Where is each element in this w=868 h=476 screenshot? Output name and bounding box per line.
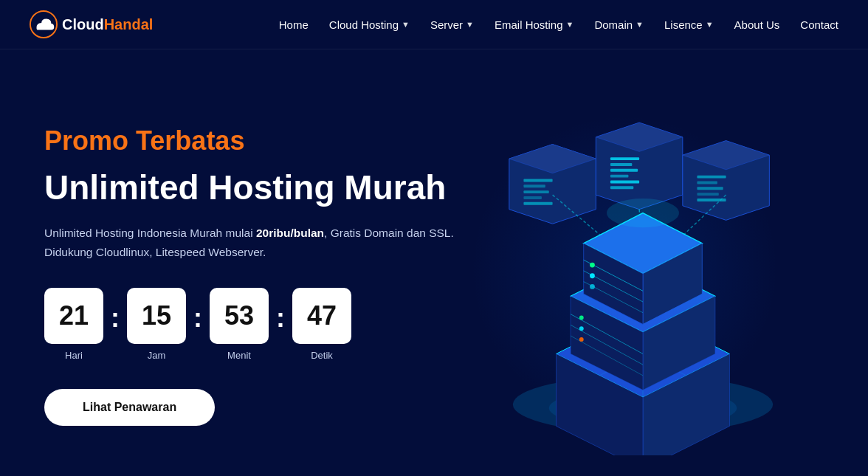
svg-rect-5 xyxy=(523,179,552,182)
nav-item-lisence[interactable]: Lisence ▼ xyxy=(664,18,714,31)
countdown-seconds-label: Detik xyxy=(311,350,333,361)
countdown-hours-label: Jam xyxy=(148,350,166,361)
nav-link-cloud-hosting[interactable]: Cloud Hosting ▼ xyxy=(329,18,410,31)
svg-rect-17 xyxy=(610,186,633,189)
logo-text: CloudHandal xyxy=(62,16,153,33)
svg-rect-9 xyxy=(523,202,552,205)
svg-point-51 xyxy=(590,263,595,268)
countdown-minutes-value: 53 xyxy=(210,288,269,344)
svg-rect-14 xyxy=(610,169,638,172)
svg-point-42 xyxy=(579,326,584,331)
nav-link-email-hosting[interactable]: Email Hosting ▼ xyxy=(495,18,574,31)
nav-item-cloud-hosting[interactable]: Cloud Hosting ▼ xyxy=(329,18,410,31)
main-title: Unlimited Hosting Murah xyxy=(44,168,469,207)
countdown-seconds: 47 Detik xyxy=(292,288,351,361)
cta-button[interactable]: Lihat Penawaran xyxy=(44,389,215,426)
svg-point-52 xyxy=(590,273,595,278)
countdown-separator-1: : xyxy=(111,303,120,347)
nav-item-email-hosting[interactable]: Email Hosting ▼ xyxy=(495,18,574,31)
svg-point-41 xyxy=(579,316,584,320)
logo-icon xyxy=(30,10,58,38)
svg-rect-16 xyxy=(610,180,639,183)
svg-rect-20 xyxy=(697,176,726,179)
svg-rect-8 xyxy=(523,196,541,199)
nav-item-about-us[interactable]: About Us xyxy=(734,18,780,31)
countdown-hours: 15 Jam xyxy=(127,288,186,361)
hero-left: Promo Terbatas Unlimited Hosting Murah U… xyxy=(44,125,469,426)
nav-item-home[interactable]: Home xyxy=(279,18,309,31)
countdown-hours-value: 15 xyxy=(127,288,186,344)
svg-rect-13 xyxy=(610,163,632,166)
logo[interactable]: CloudHandal xyxy=(30,10,153,38)
nav-item-server[interactable]: Server ▼ xyxy=(430,18,474,31)
countdown-days-label: Hari xyxy=(65,350,83,361)
countdown-days: 21 Hari xyxy=(44,288,103,361)
countdown-separator-3: : xyxy=(276,303,285,347)
svg-point-53 xyxy=(590,284,595,289)
countdown-separator-2: : xyxy=(193,303,202,347)
countdown-minutes-label: Menit xyxy=(227,350,251,361)
nav-link-contact[interactable]: Contact xyxy=(800,18,838,31)
hero-right xyxy=(469,94,824,458)
countdown-seconds-value: 47 xyxy=(292,288,351,344)
nav-item-contact[interactable]: Contact xyxy=(800,18,838,31)
nav-link-domain[interactable]: Domain ▼ xyxy=(594,18,644,31)
chevron-down-icon: ▼ xyxy=(636,20,644,29)
nav-links: Home Cloud Hosting ▼ Server ▼ Email Host… xyxy=(279,18,838,31)
svg-rect-21 xyxy=(697,181,717,184)
countdown-days-value: 21 xyxy=(44,288,103,344)
svg-rect-12 xyxy=(610,157,639,160)
nav-link-lisence[interactable]: Lisence ▼ xyxy=(664,18,714,31)
nav-item-domain[interactable]: Domain ▼ xyxy=(594,18,644,31)
nav-link-home[interactable]: Home xyxy=(279,18,309,31)
svg-point-54 xyxy=(607,199,679,227)
hero-description: Unlimited Hosting Indonesia Murah mulai … xyxy=(44,224,469,261)
chevron-down-icon: ▼ xyxy=(706,20,714,29)
svg-rect-6 xyxy=(523,184,545,187)
svg-rect-15 xyxy=(610,175,628,178)
navbar: CloudHandal Home Cloud Hosting ▼ Server … xyxy=(0,0,868,49)
svg-rect-23 xyxy=(697,193,718,196)
hero-section: Promo Terbatas Unlimited Hosting Murah U… xyxy=(0,49,868,476)
server-illustration xyxy=(469,94,816,455)
nav-link-about-us[interactable]: About Us xyxy=(734,18,780,31)
chevron-down-icon: ▼ xyxy=(402,20,410,29)
svg-rect-7 xyxy=(523,190,548,193)
svg-rect-22 xyxy=(697,187,723,190)
nav-link-server[interactable]: Server ▼ xyxy=(430,18,474,31)
countdown-timer: 21 Hari : 15 Jam : 53 Menit : 47 Detik xyxy=(44,288,469,361)
countdown-minutes: 53 Menit xyxy=(210,288,269,361)
svg-point-43 xyxy=(579,337,584,342)
promo-title: Promo Terbatas xyxy=(44,125,469,156)
chevron-down-icon: ▼ xyxy=(566,20,574,29)
chevron-down-icon: ▼ xyxy=(466,20,474,29)
